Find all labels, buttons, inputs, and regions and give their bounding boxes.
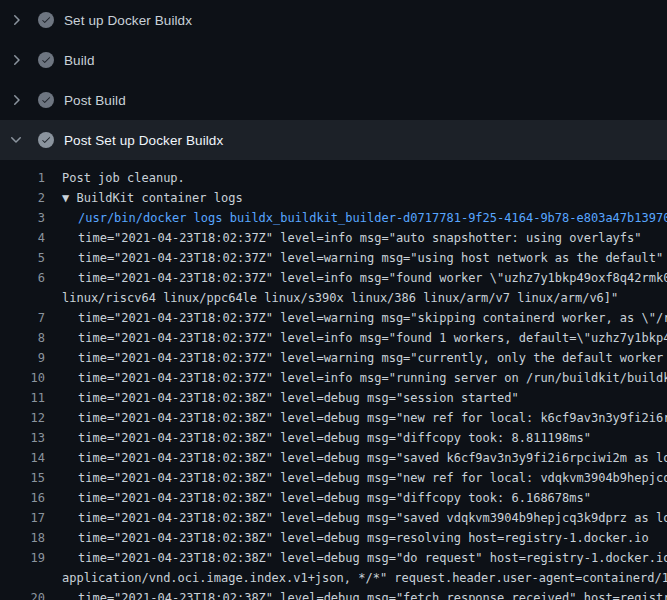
log-line-text: linux/riscv64 linux/ppc64le linux/s390x … (45, 291, 618, 305)
log-line: 18time="2021-04-23T18:02:38Z" level=debu… (0, 528, 667, 548)
chevron-down-icon (8, 132, 24, 148)
log-line-text: time="2021-04-23T18:02:38Z" level=debug … (45, 551, 667, 565)
log-line: 11time="2021-04-23T18:02:38Z" level=debu… (0, 388, 667, 408)
log-line-text: /usr/bin/docker logs buildx_buildkit_bui… (45, 211, 667, 225)
log-line: 19time="2021-04-23T18:02:38Z" level=debu… (0, 548, 667, 568)
log-line-text: time="2021-04-23T18:02:37Z" level=info m… (45, 271, 667, 285)
log-line: 14time="2021-04-23T18:02:38Z" level=debu… (0, 448, 667, 468)
log-line-text: time="2021-04-23T18:02:37Z" level=info m… (45, 231, 642, 245)
steps-list: Set up Docker Buildx Build (0, 0, 667, 160)
log-line: 6time="2021-04-23T18:02:37Z" level=info … (0, 268, 667, 288)
log-line: linux/riscv64 linux/ppc64le linux/s390x … (0, 288, 667, 308)
log-line-number[interactable]: 16 (0, 488, 45, 508)
check-circle-icon (38, 92, 54, 108)
log-line-text: time="2021-04-23T18:02:37Z" level=info m… (45, 331, 667, 345)
log-line-text: time="2021-04-23T18:02:38Z" level=debug … (45, 591, 667, 600)
log-line-text: time="2021-04-23T18:02:38Z" level=debug … (45, 411, 667, 425)
log-line-text: time="2021-04-23T18:02:38Z" level=debug … (45, 491, 591, 505)
log-line-number[interactable]: 7 (0, 308, 45, 328)
collapse-triangle-icon[interactable]: ▼ (62, 191, 76, 205)
log-line-number[interactable]: 14 (0, 448, 45, 468)
log-line: 15time="2021-04-23T18:02:38Z" level=debu… (0, 468, 667, 488)
log-line-number[interactable]: 4 (0, 228, 45, 248)
step-title: Post Set up Docker Buildx (64, 133, 223, 148)
log-line: 3/usr/bin/docker logs buildx_buildkit_bu… (0, 208, 667, 228)
log-line-number[interactable]: 2 (0, 188, 45, 208)
log-line-number[interactable]: 3 (0, 208, 45, 228)
log-line-text: time="2021-04-23T18:02:38Z" level=debug … (45, 451, 667, 465)
log-line-number[interactable]: 9 (0, 348, 45, 368)
log-line-number[interactable]: 19 (0, 548, 45, 568)
log-line-text: time="2021-04-23T18:02:37Z" level=warnin… (45, 311, 667, 325)
log-line-text: time="2021-04-23T18:02:38Z" level=debug … (45, 391, 519, 405)
step-title: Post Build (64, 93, 126, 108)
log-line-text: Post job cleanup. (45, 171, 185, 185)
log-line: 4time="2021-04-23T18:02:37Z" level=info … (0, 228, 667, 248)
step-section-row[interactable]: Build (0, 40, 667, 80)
log-line: 13time="2021-04-23T18:02:38Z" level=debu… (0, 428, 667, 448)
step-title: Build (64, 53, 95, 68)
log-line: 9time="2021-04-23T18:02:37Z" level=warni… (0, 348, 667, 368)
log-line-text: time="2021-04-23T18:02:38Z" level=debug … (45, 531, 649, 545)
log-line-text: application/vnd.oci.image.index.v1+json,… (45, 571, 667, 585)
log-line-number[interactable]: 6 (0, 268, 45, 288)
log-line-number[interactable]: 20 (0, 588, 45, 600)
chevron-right-icon (8, 12, 24, 28)
log-line-number[interactable]: 15 (0, 468, 45, 488)
chevron-right-icon (8, 52, 24, 68)
log-line: 16time="2021-04-23T18:02:38Z" level=debu… (0, 488, 667, 508)
log-line-text: time="2021-04-23T18:02:38Z" level=debug … (45, 471, 667, 485)
log-line-number[interactable]: 1 (0, 168, 45, 188)
step-title: Set up Docker Buildx (64, 13, 192, 28)
log-line-number[interactable]: 13 (0, 428, 45, 448)
log-line-number[interactable]: 8 (0, 328, 45, 348)
log-line-text: time="2021-04-23T18:02:38Z" level=debug … (45, 431, 591, 445)
check-circle-icon (38, 52, 54, 68)
log-line-text: time="2021-04-23T18:02:37Z" level=warnin… (45, 351, 667, 365)
log-line-text: time="2021-04-23T18:02:37Z" level=info m… (45, 371, 667, 385)
log-line-number[interactable]: 10 (0, 368, 45, 388)
log-line-text: time="2021-04-23T18:02:37Z" level=warnin… (45, 251, 663, 265)
log-line: 10time="2021-04-23T18:02:37Z" level=info… (0, 368, 667, 388)
log-line: 8time="2021-04-23T18:02:37Z" level=info … (0, 328, 667, 348)
log-line: 20time="2021-04-23T18:02:38Z" level=debu… (0, 588, 667, 600)
step-section-row[interactable]: Post Build (0, 80, 667, 120)
check-circle-icon (38, 132, 54, 148)
step-section-row[interactable]: Post Set up Docker Buildx (0, 120, 667, 160)
log-viewer: 1Post job cleanup. 2▼ BuildKit container… (0, 160, 667, 600)
log-line: 12time="2021-04-23T18:02:38Z" level=debu… (0, 408, 667, 428)
log-line: application/vnd.oci.image.index.v1+json,… (0, 568, 667, 588)
log-line: 17time="2021-04-23T18:02:38Z" level=debu… (0, 508, 667, 528)
log-line-number[interactable]: 17 (0, 508, 45, 528)
chevron-right-icon (8, 92, 24, 108)
log-line-number[interactable]: 5 (0, 248, 45, 268)
log-line-number[interactable]: 18 (0, 528, 45, 548)
log-line: 2▼ BuildKit container logs (0, 188, 667, 208)
log-line: 7time="2021-04-23T18:02:37Z" level=warni… (0, 308, 667, 328)
log-line: 1Post job cleanup. (0, 168, 667, 188)
step-section-row[interactable]: Set up Docker Buildx (0, 0, 667, 40)
log-line-number[interactable]: 11 (0, 388, 45, 408)
log-line: 5time="2021-04-23T18:02:37Z" level=warni… (0, 248, 667, 268)
check-circle-icon (38, 12, 54, 28)
log-line-number[interactable]: 12 (0, 408, 45, 428)
log-line-text: time="2021-04-23T18:02:38Z" level=debug … (45, 511, 667, 525)
log-line-text: ▼ BuildKit container logs (45, 191, 243, 205)
